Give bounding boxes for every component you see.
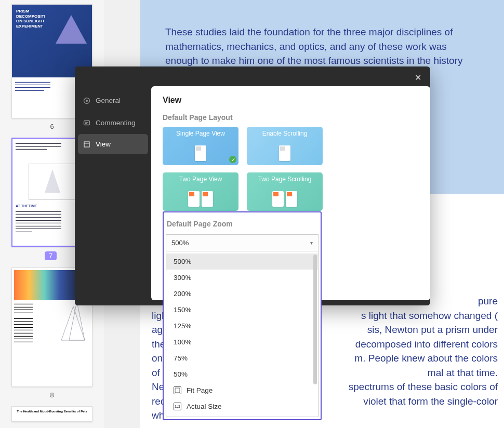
close-icon: ✕ [415,73,421,82]
layout-card-label: Two Page Scrolling [258,176,312,183]
zoom-option-150[interactable]: 150% [166,302,318,318]
sidebar-item-commenting[interactable]: Commenting [75,112,151,134]
chevron-down-icon: ▾ [310,240,313,246]
zoom-option-fit-page[interactable]: Fit Page [166,382,318,398]
fit-page-icon [174,386,181,394]
layout-card-label: Two Page View [179,176,222,183]
zoom-section-label: Default Page Zoom [164,220,321,228]
layout-two-page[interactable]: Two Page View [163,172,238,211]
preferences-sidebar: General Commenting View [75,66,151,305]
layout-single-page[interactable]: Single Page View ✓ [163,127,238,165]
zoom-option-75[interactable]: 75% [166,350,318,366]
sidebar-item-label: General [96,97,121,104]
layout-two-page-scrolling[interactable]: Two Page Scrolling [247,172,323,211]
thumb-label-7: 7 [45,251,57,260]
svg-rect-4 [84,121,90,125]
layout-card-label: Enable Scrolling [262,130,308,137]
doc-blue-text: These studies laid the foundation for th… [165,26,462,66]
zoom-selected-value: 500% [171,239,189,247]
zoom-option-actual-size[interactable]: 1:1 Actual Size [166,398,318,414]
zoom-option-50[interactable]: 50% [166,366,318,382]
zoom-option-100[interactable]: 100% [166,334,318,350]
layout-card-label: Single Page View [176,130,225,137]
thumb6-title: PRISM DECOMPOSITI ON SUNLIGHT EXPERIMENT [16,9,47,29]
thumb9-title: The Health and Mood-Boosting Benefits of… [17,410,87,413]
zoom-dropdown: 500% 300% 200% 150% 125% 100% 75% 50% Fi… [166,251,319,417]
sidebar-item-general[interactable]: General [75,89,151,112]
close-button[interactable]: ✕ [413,73,423,83]
zoom-option-125[interactable]: 125% [166,318,318,334]
zoom-option-300[interactable]: 300% [166,270,318,286]
actual-size-icon: 1:1 [174,403,181,410]
zoom-select[interactable]: 500% ▾ [166,234,319,251]
thumb-label-8: 8 [4,391,100,399]
comment-icon [83,119,90,127]
view-icon [83,141,90,148]
zoom-option-500[interactable]: 500% [166,253,318,270]
gear-icon [83,97,90,104]
svg-rect-9 [175,388,180,393]
sidebar-item-label: View [96,140,111,148]
zoom-option-200[interactable]: 200% [166,286,318,302]
svg-point-3 [86,100,88,102]
layout-section-label: Default Page Layout [163,113,419,122]
default-zoom-section: Default Page Zoom 500% ▾ 500% 300% 200% … [163,211,322,420]
sidebar-item-view[interactable]: View [78,134,148,154]
sidebar-item-label: Commenting [96,119,136,127]
thumbnail-page-9[interactable]: The Health and Mood-Boosting Benefits of… [11,406,92,422]
content-title: View [163,96,419,105]
svg-rect-7 [84,142,89,147]
svg-marker-0 [69,301,85,340]
layout-options: Single Page View ✓ Enable Scrolling Two … [163,127,419,211]
layout-enable-scrolling[interactable]: Enable Scrolling [247,127,323,165]
dropdown-scrollbar[interactable] [313,255,317,384]
check-icon: ✓ [231,157,235,163]
